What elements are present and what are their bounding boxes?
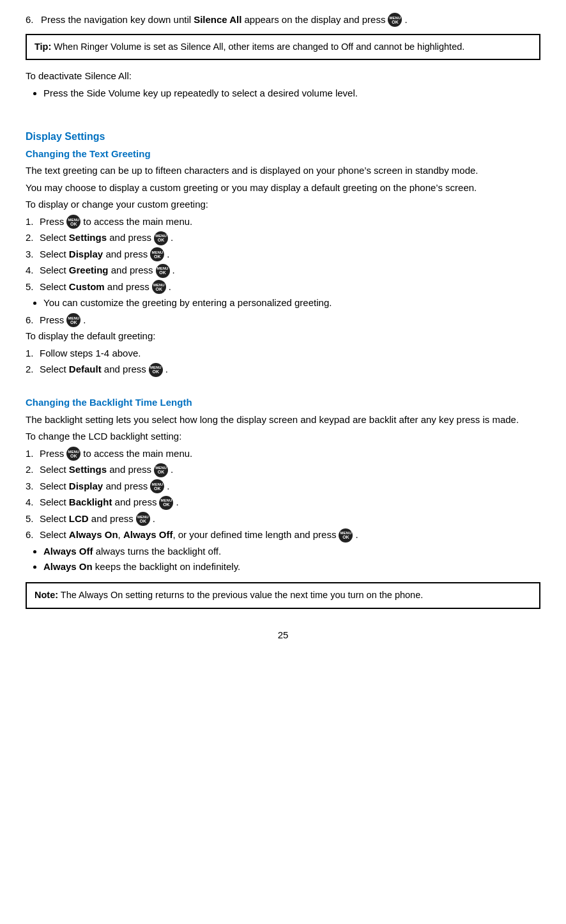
custom-step-2-num: 2. [26,231,37,245]
custom-step-4: 4. Select Greeting and press MENUOK . [26,263,540,278]
page-number: 25 [26,628,540,643]
step6-text-after: appears on the display and press [244,13,385,27]
menu-ok-btn-ds2: MENUOK [149,363,163,377]
default-step-1-text: Follow steps 1-4 above. [40,346,141,361]
default-step-2-num: 2. [26,362,37,377]
backlight-step-2: 2. Select Settings and press MENUOK . [26,463,540,477]
step6-text-before: Press the navigation key down until [41,13,191,27]
note-text: The Always On setting returns to the pre… [58,590,423,600]
menu-ok-btn-bs3: MENUOK [150,479,164,493]
greeting-para1: The text greeting can be up to fifteen c… [26,164,540,178]
deactivate-list: Press the Side Volume key up repeatedly … [43,86,540,101]
custom-bullet-item: You can customize the greeting by enteri… [43,296,540,311]
custom-step-2: 2. Select Settings and press MENUOK . [26,231,540,245]
backlight-step-2-num: 2. [26,463,37,477]
backlight-bullets: Always Off always turns the backlight of… [43,544,540,574]
backlight-step-4: 4. Select Backlight and press MENUOK . [26,495,540,510]
custom-title: To display or change your custom greetin… [26,197,540,212]
menu-ok-btn-1: MENUOK [388,13,402,27]
menu-ok-btn-bs4: MENUOK [159,496,173,510]
menu-ok-btn-bs1: MENUOK [66,447,80,461]
menu-ok-btn-cs5: MENUOK [152,280,166,294]
display-settings-heading: Display Settings [26,129,540,144]
backlight-step-3-num: 3. [26,479,37,494]
backlight-title: To change the LCD backlight setting: [26,429,540,444]
backlight-step-5-num: 5. [26,512,37,527]
default-title: To display the default greeting: [26,329,540,344]
note-box: Note: The Always On setting returns to t… [26,582,540,609]
custom-step-1-text: Press MENUOK to access the main menu. [40,215,192,229]
greeting-para2: You may choose to display a custom greet… [26,181,540,196]
backlight-step-1: 1. Press MENUOK to access the main menu. [26,447,540,461]
custom-step-4-num: 4. [26,263,37,278]
tip-text: When Ringer Volume is set as Silence All… [51,42,464,52]
default-step-1: 1. Follow steps 1-4 above. [26,346,540,361]
menu-ok-btn-cs4: MENUOK [156,264,170,278]
custom-step-5: 5. Select Custom and press MENUOK . [26,280,540,295]
step6-period: . [404,13,407,27]
backlight-step-3: 3. Select Display and press MENUOK . [26,479,540,494]
changing-greeting-heading: Changing the Text Greeting [26,147,540,162]
step6-bold-silence-all: Silence All [194,13,241,27]
menu-ok-btn-cs1: MENUOK [66,215,80,229]
custom-step-6-num: 6. [26,313,37,328]
custom-step-3: 3. Select Display and press MENUOK . [26,247,540,262]
menu-ok-btn-cs3: MENUOK [150,247,164,261]
custom-step-5-num: 5. [26,280,37,295]
menu-ok-btn-bs2: MENUOK [154,463,168,477]
custom-bullet-list: You can customize the greeting by enteri… [43,296,540,311]
backlight-bullet-1: Always Off always turns the backlight of… [43,544,540,559]
default-step-1-num: 1. [26,346,37,361]
changing-backlight-heading: Changing the Backlight Time Length [26,396,540,410]
backlight-bullet-2: Always On keeps the backlight on indefin… [43,560,540,574]
menu-ok-btn-cs2: MENUOK [154,231,168,245]
step6-intro: 6. Press the navigation key down until S… [26,13,540,27]
menu-ok-btn-bs5: MENUOK [136,512,150,526]
backlight-step-6: 6. Select Always On, Always Off, or your… [26,528,540,543]
deactivate-bullet: Press the Side Volume key up repeatedly … [43,86,540,101]
step6-number: 6. [26,13,38,27]
custom-step-6: 6. Press MENUOK . [26,313,540,328]
custom-step-1: 1. Press MENUOK to access the main menu. [26,215,540,229]
note-label: Note: [34,590,58,600]
menu-ok-btn-cs6: MENUOK [66,313,80,327]
backlight-step-5: 5. Select LCD and press MENUOK . [26,512,540,527]
deactivate-title: To deactivate Silence All: [26,69,540,84]
backlight-step-6-num: 6. [26,528,37,543]
backlight-para1: The backlight setting lets you select ho… [26,413,540,427]
default-step-2: 2. Select Default and press MENUOK . [26,362,540,377]
menu-ok-btn-bs6: MENUOK [339,528,353,543]
backlight-step-1-num: 1. [26,447,37,461]
tip-label: Tip: [34,42,51,52]
custom-step-3-num: 3. [26,247,37,262]
tip-box: Tip: When Ringer Volume is set as Silenc… [26,34,540,61]
backlight-step-4-num: 4. [26,495,37,510]
custom-step-1-num: 1. [26,215,37,229]
